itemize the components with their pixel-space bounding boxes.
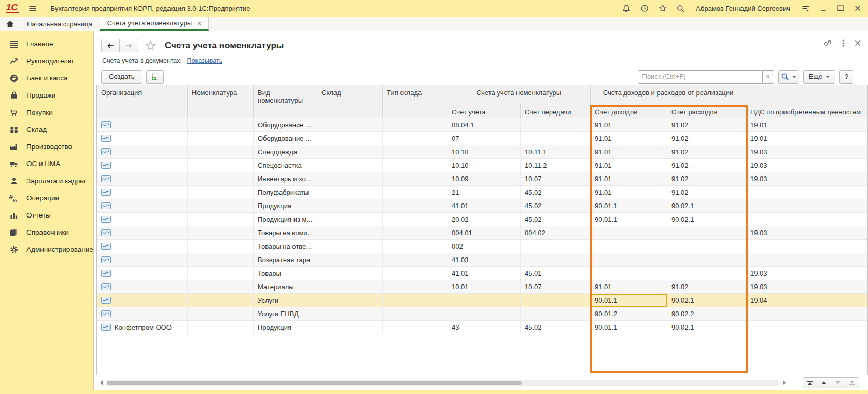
- get-link-icon[interactable]: [822, 38, 833, 48]
- table-cell[interactable]: 91.01: [591, 159, 667, 172]
- search-options-button[interactable]: [778, 70, 799, 84]
- scrollbar-thumb[interactable]: [107, 381, 522, 385]
- search-input[interactable]: [638, 70, 763, 84]
- table-cell[interactable]: 91.02: [667, 186, 746, 199]
- table-cell[interactable]: [521, 240, 591, 253]
- table-cell[interactable]: [746, 213, 868, 226]
- search-clear-icon[interactable]: ×: [763, 70, 774, 84]
- add-to-favorites-icon[interactable]: [145, 40, 157, 51]
- table-cell[interactable]: [383, 307, 447, 321]
- table-cell[interactable]: 90.02.2: [667, 307, 746, 321]
- sidebar-item-administrirovanie[interactable]: Администрирование: [0, 241, 93, 258]
- table-cell[interactable]: [383, 199, 447, 213]
- table-cell[interactable]: 10.07: [521, 172, 591, 186]
- table-cell[interactable]: Продукция: [254, 199, 317, 213]
- table-cell[interactable]: [591, 240, 667, 253]
- table-cell[interactable]: [188, 294, 254, 307]
- tab-home-page[interactable]: Начальная страница: [20, 17, 100, 31]
- table-cell[interactable]: 41.01: [447, 267, 521, 280]
- column-header-nomenclature[interactable]: Номенклатура: [188, 85, 254, 118]
- table-cell[interactable]: [188, 213, 254, 226]
- table-row[interactable]: Материалы10.0110.0791.0191.0219.03: [97, 280, 868, 294]
- main-menu-icon[interactable]: [28, 4, 37, 13]
- table-cell[interactable]: 91.01: [591, 172, 667, 186]
- minimize-icon[interactable]: [819, 4, 828, 12]
- table-cell[interactable]: [383, 145, 447, 159]
- table-cell[interactable]: [188, 159, 254, 172]
- table-cell[interactable]: 19.03: [746, 267, 868, 280]
- column-header-transfer-account[interactable]: Счет передачи: [521, 104, 591, 118]
- first-record-button[interactable]: [803, 377, 817, 388]
- table-cell[interactable]: [317, 132, 383, 145]
- table-row[interactable]: Полуфабрикаты2145.0291.0191.02: [97, 186, 868, 199]
- forward-button[interactable]: [120, 39, 138, 52]
- last-record-button[interactable]: [845, 377, 859, 388]
- table-cell[interactable]: Полуфабрикаты: [254, 186, 317, 199]
- table-cell[interactable]: 90.02.1: [667, 294, 746, 307]
- table-cell[interactable]: [188, 145, 254, 159]
- table-cell[interactable]: 45.02: [521, 186, 591, 199]
- sidebar-item-otchety[interactable]: Отчеты: [0, 207, 93, 224]
- table-cell[interactable]: [97, 280, 188, 294]
- table-cell[interactable]: [97, 213, 188, 226]
- close-form-icon[interactable]: [853, 39, 862, 47]
- table-cell[interactable]: [97, 186, 188, 199]
- current-user[interactable]: Абрамов Геннадий Сергеевич: [696, 5, 790, 12]
- table-cell[interactable]: [188, 267, 254, 280]
- table-cell[interactable]: [188, 240, 254, 253]
- table-cell[interactable]: [317, 145, 383, 159]
- table-cell[interactable]: [317, 118, 383, 132]
- table-cell[interactable]: [383, 321, 447, 334]
- table-cell[interactable]: [521, 118, 591, 132]
- table-cell[interactable]: 10.09: [447, 172, 521, 186]
- close-window-icon[interactable]: [853, 4, 862, 12]
- table-cell[interactable]: [188, 132, 254, 145]
- sidebar-item-prodazhi[interactable]: Продажи: [0, 87, 93, 104]
- table-cell[interactable]: [591, 226, 667, 240]
- table-row[interactable]: Товары на отве...002: [97, 240, 868, 253]
- table-cell[interactable]: [383, 118, 447, 132]
- table-cell[interactable]: [188, 118, 254, 132]
- column-header-warehouse-type[interactable]: Тип склада: [383, 85, 447, 118]
- table-cell[interactable]: [317, 172, 383, 186]
- column-header-vat[interactable]: НДС по приобретенным ценностям: [746, 104, 868, 118]
- table-cell[interactable]: [317, 186, 383, 199]
- table-cell[interactable]: [317, 253, 383, 267]
- table-cell[interactable]: Оборудование ...: [254, 118, 317, 132]
- table-cell[interactable]: 91.02: [667, 172, 746, 186]
- table-cell[interactable]: [97, 253, 188, 267]
- table-cell[interactable]: [383, 253, 447, 267]
- service-menu-icon[interactable]: [801, 4, 810, 12]
- table-cell[interactable]: [97, 267, 188, 280]
- table-cell[interactable]: 91.01: [591, 132, 667, 145]
- table-cell[interactable]: Услуги ЕНВД: [254, 307, 317, 321]
- maximize-icon[interactable]: [836, 4, 845, 12]
- table-cell[interactable]: 90.01.1: [591, 199, 667, 213]
- table-cell[interactable]: 90.02.1: [667, 213, 746, 226]
- table-cell[interactable]: 91.01: [591, 186, 667, 199]
- table-cell[interactable]: [317, 294, 383, 307]
- column-header-accounting-account[interactable]: Счет учета: [447, 104, 521, 118]
- table-cell[interactable]: [188, 321, 254, 334]
- table-cell[interactable]: 45.02: [521, 321, 591, 334]
- table-cell[interactable]: [317, 267, 383, 280]
- table-cell[interactable]: 41.01: [447, 199, 521, 213]
- table-cell[interactable]: [746, 321, 868, 334]
- table-cell[interactable]: 90.01.1: [591, 294, 667, 307]
- history-icon[interactable]: [640, 4, 649, 13]
- table-cell[interactable]: 10.07: [521, 280, 591, 294]
- table-row[interactable]: Оборудование ...08.04.191.0191.0219.01: [97, 118, 868, 132]
- table-cell[interactable]: [667, 240, 746, 253]
- table-cell[interactable]: 07: [447, 132, 521, 145]
- sidebar-item-spravochniki[interactable]: Справочники: [0, 224, 93, 241]
- sidebar-item-proizvodstvo[interactable]: Производство: [0, 138, 93, 155]
- table-cell[interactable]: 91.02: [667, 159, 746, 172]
- create-button[interactable]: Создать: [101, 70, 142, 84]
- table-cell[interactable]: [317, 280, 383, 294]
- table-cell[interactable]: [317, 321, 383, 334]
- table-cell[interactable]: 90.01.2: [591, 307, 667, 321]
- table-cell[interactable]: 90.02.1: [667, 199, 746, 213]
- table-cell[interactable]: 004.02: [521, 226, 591, 240]
- table-cell[interactable]: [746, 186, 868, 199]
- table-cell[interactable]: [383, 294, 447, 307]
